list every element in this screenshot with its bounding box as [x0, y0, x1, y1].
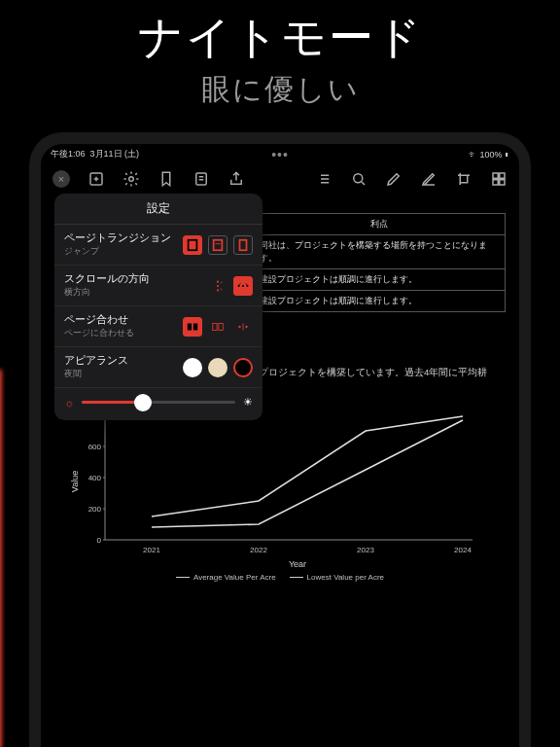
svg-rect-12	[240, 239, 247, 250]
brightness-low-icon: ☼	[64, 397, 74, 409]
ipad-frame: 午後1:06 3月11日 (土) ••• ᯤ 100% ▮ × 設定 ページトラ…	[29, 132, 531, 747]
status-bar: 午後1:06 3月11日 (土) ••• ᯤ 100% ▮	[41, 144, 519, 164]
gear-icon[interactable]	[122, 170, 140, 188]
svg-text:Year: Year	[289, 559, 306, 569]
theme-light[interactable]	[183, 358, 202, 377]
svg-text:Value: Value	[70, 470, 80, 491]
svg-text:200: 200	[88, 505, 102, 514]
transition-opt-2[interactable]	[208, 235, 228, 255]
search-icon[interactable]	[350, 170, 368, 188]
legend-item: Average Value Per Acre	[176, 573, 276, 582]
svg-rect-20	[193, 323, 197, 330]
table-row: 建設プロジェクトは順調に進行します。	[254, 269, 506, 291]
svg-point-18	[246, 284, 248, 286]
settings-popover: 設定 ページトランジション ジャンプ スクロールの方向 横方向	[54, 194, 262, 420]
table-row: 同社は、プロジェクトを構築する場所を持つことになります。	[254, 235, 506, 269]
svg-rect-8	[500, 180, 505, 185]
row-label: スクロールの方向	[64, 272, 208, 286]
table-row: 建設プロジェクトは順調に進行します。	[254, 291, 506, 312]
grid-icon[interactable]	[490, 170, 508, 188]
svg-rect-21	[213, 323, 217, 330]
benefits-table: 利点 同社は、プロジェクトを構築する場所を持つことになります。 建設プロジェクト…	[253, 213, 506, 312]
legend-item: Lowest Value per Acre	[290, 573, 384, 582]
svg-point-16	[238, 284, 240, 286]
svg-point-23	[238, 325, 240, 327]
promo-subtitle: 眼に優しい	[0, 70, 560, 110]
svg-point-1	[129, 177, 134, 182]
svg-text:0: 0	[97, 536, 102, 545]
promo-title: ナイトモード	[0, 8, 560, 68]
svg-rect-19	[188, 323, 192, 330]
brightness-slider[interactable]	[82, 401, 235, 404]
svg-text:2024: 2024	[454, 546, 472, 554]
svg-point-3	[354, 174, 363, 183]
brightness-row: ☼ ☀	[54, 388, 262, 420]
scroll-opt-vertical[interactable]	[208, 276, 228, 296]
crop-icon[interactable]	[455, 170, 472, 188]
transition-options	[183, 235, 253, 255]
scroll-opt-horizontal[interactable]	[233, 276, 253, 296]
line-chart: 0200400600800 2021202220232024 Value Yea…	[64, 404, 496, 582]
svg-text:2021: 2021	[143, 546, 160, 554]
list-icon[interactable]	[315, 170, 332, 188]
theme-night[interactable]	[233, 358, 253, 377]
theme-sepia[interactable]	[208, 358, 228, 377]
scroll-options	[208, 276, 253, 296]
status-right: ᯤ 100% ▮	[469, 150, 509, 160]
row-page-fit[interactable]: ページ合わせ ページに合わせる	[54, 306, 262, 347]
row-label: ページトランジション	[64, 231, 183, 245]
row-sub: 夜間	[64, 369, 183, 380]
chart-legend: Average Value Per Acre Lowest Value per …	[64, 573, 496, 582]
row-appearance[interactable]: アピアランス 夜間	[54, 347, 262, 388]
promo-red-accent	[0, 370, 2, 747]
svg-rect-10	[214, 239, 223, 250]
pencil-icon[interactable]	[385, 170, 402, 188]
outline-icon[interactable]	[192, 170, 210, 188]
status-time: 午後1:06 3月11日 (土)	[51, 148, 139, 160]
row-sub: ジャンプ	[64, 246, 183, 258]
transition-opt-3[interactable]	[233, 235, 253, 255]
svg-point-24	[245, 325, 247, 327]
svg-rect-11	[215, 243, 220, 244]
svg-point-15	[217, 289, 219, 291]
brightness-high-icon: ☀	[243, 396, 253, 409]
document-area: 設定 ページトランジション ジャンプ スクロールの方向 横方向	[41, 194, 519, 582]
row-page-transition[interactable]: ページトランジション ジャンプ	[54, 225, 262, 266]
row-scroll-direction[interactable]: スクロールの方向 横方向	[54, 266, 262, 306]
annotate-icon[interactable]	[420, 170, 438, 188]
svg-text:2022: 2022	[250, 546, 267, 554]
appearance-options	[183, 358, 253, 377]
row-label: アピアランス	[64, 354, 183, 368]
svg-rect-4	[460, 175, 468, 183]
row-label: ページ合わせ	[64, 313, 183, 327]
status-dots: •••	[271, 147, 289, 162]
svg-rect-22	[219, 323, 223, 330]
share-icon[interactable]	[228, 170, 245, 188]
svg-text:600: 600	[88, 443, 102, 451]
fit-opt-3[interactable]	[233, 317, 253, 337]
svg-rect-7	[493, 180, 498, 185]
svg-rect-9	[189, 239, 197, 250]
app-toolbar: ×	[41, 164, 519, 194]
svg-rect-5	[493, 173, 498, 178]
bookmark-icon[interactable]	[158, 170, 175, 188]
svg-point-13	[217, 280, 219, 282]
close-button[interactable]: ×	[52, 170, 70, 188]
svg-rect-6	[500, 173, 505, 178]
popover-title: 設定	[54, 194, 262, 225]
svg-text:2023: 2023	[357, 546, 374, 554]
transition-opt-1[interactable]	[183, 235, 202, 255]
row-sub: ページに合わせる	[64, 328, 183, 339]
fit-opt-1[interactable]	[183, 317, 202, 337]
row-sub: 横方向	[64, 287, 208, 299]
table-header: 利点	[254, 214, 506, 235]
svg-point-14	[217, 284, 219, 286]
add-tab-icon[interactable]	[88, 170, 105, 188]
svg-text:400: 400	[88, 474, 102, 482]
fit-opt-2[interactable]	[208, 317, 228, 337]
promo-header: ナイトモード 眼に優しい	[0, 0, 560, 110]
svg-point-17	[242, 284, 244, 286]
fit-options	[183, 317, 253, 337]
